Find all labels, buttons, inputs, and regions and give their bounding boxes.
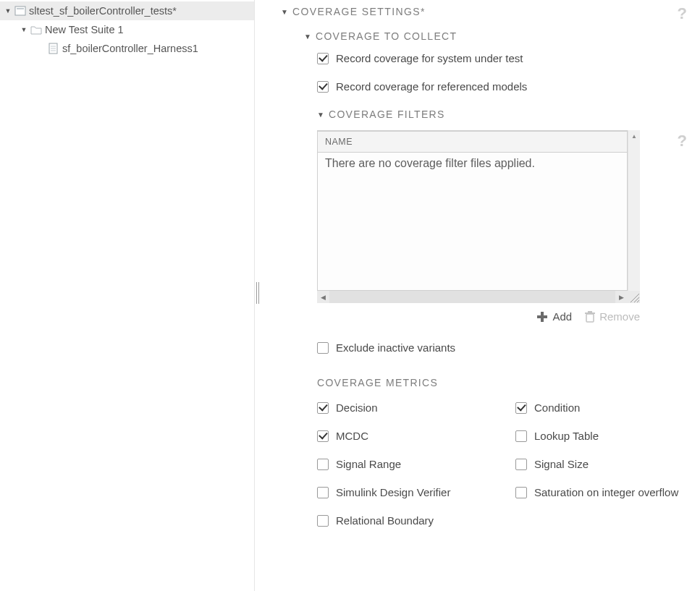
exclude-inactive-label: Exclude inactive variants	[336, 341, 455, 354]
tree-suite-node[interactable]: ▼ New Test Suite 1	[0, 20, 254, 39]
tree-file-label: sltest_sf_boilerController_tests*	[28, 5, 177, 17]
remove-button[interactable]: Remove	[585, 310, 640, 323]
coverage-filters-title: COVERAGE FILTERS	[329, 109, 445, 120]
relbound-checkbox[interactable]	[317, 515, 329, 527]
lookup-checkbox[interactable]	[515, 430, 527, 442]
sigrange-label: Signal Range	[336, 458, 401, 470]
svg-rect-1	[17, 8, 24, 9]
document-icon	[46, 43, 61, 54]
add-button[interactable]: Add	[536, 310, 572, 323]
help-icon[interactable]: ?	[678, 132, 687, 150]
tree-case-label: sf_boilerController_Harness1	[61, 43, 198, 54]
svg-rect-10	[537, 315, 547, 318]
lookup-label: Lookup Table	[534, 430, 599, 442]
svg-rect-12	[585, 312, 595, 314]
horizontal-scrollbar[interactable]: ◀ ▶	[317, 291, 628, 303]
sigsize-label: Signal Size	[534, 458, 589, 470]
tree-case-node[interactable]: sf_boilerController_Harness1	[0, 39, 254, 58]
sigrange-checkbox[interactable]	[317, 459, 329, 470]
decision-label: Decision	[336, 401, 378, 414]
caret-down-icon[interactable]: ▼	[19, 26, 29, 33]
filter-actions: Add Remove	[317, 310, 640, 323]
coverage-settings-title: COVERAGE SETTINGS*	[292, 6, 426, 17]
scroll-right-icon[interactable]: ▶	[615, 291, 628, 303]
svg-rect-0	[15, 7, 25, 15]
plus-icon	[536, 311, 548, 323]
help-icon[interactable]: ?	[678, 4, 687, 23]
record-ref-label: Record coverage for referenced models	[336, 80, 527, 93]
condition-label: Condition	[534, 401, 580, 414]
folder-icon	[29, 25, 43, 35]
svg-rect-13	[588, 311, 592, 312]
sigsize-checkbox[interactable]	[515, 459, 527, 470]
coverage-settings-panel: ? ▼ COVERAGE SETTINGS* ▼ COVERAGE TO COL…	[255, 0, 700, 591]
tree-suite-label: New Test Suite 1	[43, 24, 124, 35]
condition-checkbox[interactable]	[515, 402, 527, 414]
coverage-to-collect-title: COVERAGE TO COLLECT	[316, 30, 457, 42]
test-browser-tree: ▼ sltest_sf_boilerController_tests* ▼ Ne…	[0, 0, 255, 591]
svg-rect-11	[586, 314, 594, 322]
saturation-checkbox[interactable]	[515, 487, 527, 498]
coverage-metrics-title: COVERAGE METRICS	[317, 377, 683, 388]
exclude-inactive-checkbox[interactable]	[317, 342, 329, 354]
trash-icon	[585, 311, 595, 323]
decision-checkbox[interactable]	[317, 402, 329, 414]
coverage-metrics-grid: Decision Condition MCDC Lookup Table Sig…	[317, 401, 683, 527]
mcdc-label: MCDC	[336, 430, 368, 442]
scroll-up-icon[interactable]: ▲	[628, 130, 640, 143]
svg-line-8	[637, 300, 639, 302]
resize-grip-icon[interactable]	[628, 291, 640, 303]
record-sut-label: Record coverage for system under test	[336, 52, 523, 64]
relbound-label: Relational Boundary	[336, 514, 434, 527]
vertical-scrollbar[interactable]: ▲	[628, 130, 640, 291]
sldv-label: Simulink Design Verifier	[336, 486, 450, 498]
sldv-checkbox[interactable]	[317, 487, 329, 498]
mcdc-checkbox[interactable]	[317, 430, 329, 442]
exclude-inactive-row: Exclude inactive variants	[317, 341, 683, 354]
tree-file-node[interactable]: ▼ sltest_sf_boilerController_tests*	[0, 1, 254, 20]
caret-down-icon[interactable]: ▼	[317, 111, 326, 119]
record-ref-row: Record coverage for referenced models	[317, 80, 683, 93]
caret-down-icon[interactable]: ▼	[281, 8, 290, 16]
scroll-track[interactable]	[329, 291, 615, 303]
saturation-label: Saturation on integer overflow	[534, 486, 678, 498]
test-file-icon	[13, 5, 28, 17]
caret-down-icon[interactable]: ▼	[3, 7, 13, 14]
splitter-handle[interactable]	[256, 282, 259, 304]
caret-down-icon[interactable]: ▼	[304, 33, 313, 41]
record-sut-checkbox[interactable]	[317, 53, 329, 64]
filters-empty-message: There are no coverage filter files appli…	[318, 153, 627, 290]
record-sut-row: Record coverage for system under test	[317, 52, 683, 64]
remove-label: Remove	[599, 310, 640, 323]
record-ref-checkbox[interactable]	[317, 81, 329, 93]
filters-col-name: NAME	[318, 131, 627, 153]
scroll-left-icon[interactable]: ◀	[317, 291, 329, 303]
coverage-filters-section: ▼ COVERAGE FILTERS NAME There are no cov…	[317, 109, 683, 303]
filters-table: NAME There are no coverage filter files …	[317, 130, 628, 291]
add-label: Add	[552, 310, 572, 323]
